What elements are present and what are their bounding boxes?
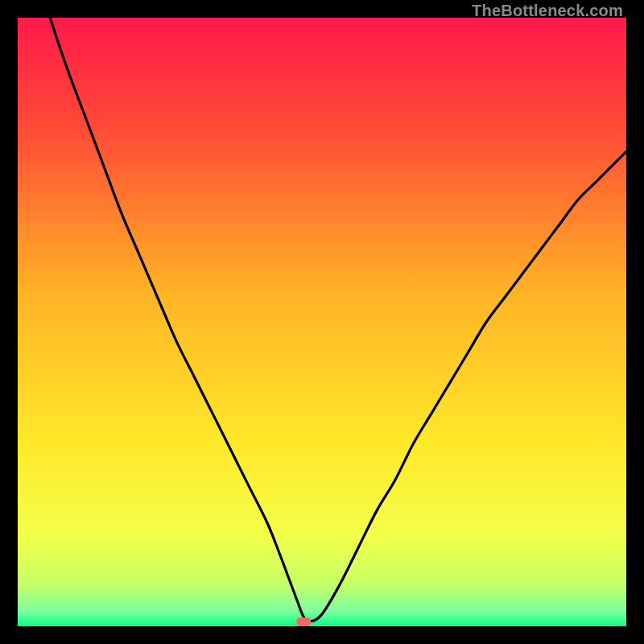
watermark-text: TheBottleneck.com [472, 2, 623, 20]
chart-frame [18, 18, 626, 626]
bottleneck-plot [18, 18, 626, 626]
optimal-point-marker [296, 617, 311, 626]
gradient-background [18, 18, 626, 626]
